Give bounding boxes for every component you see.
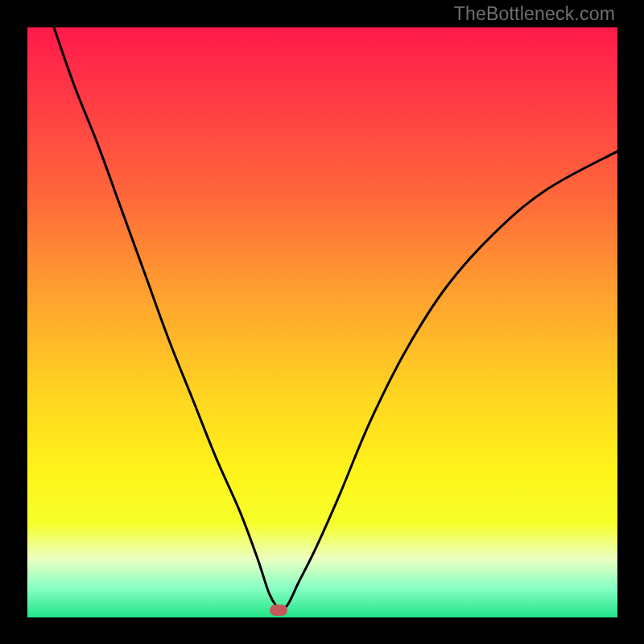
watermark-label: TheBottleneck.com	[454, 3, 615, 25]
optimal-point-marker	[270, 605, 287, 616]
chart-plot-area	[27, 27, 617, 617]
chart-curve	[27, 27, 617, 617]
